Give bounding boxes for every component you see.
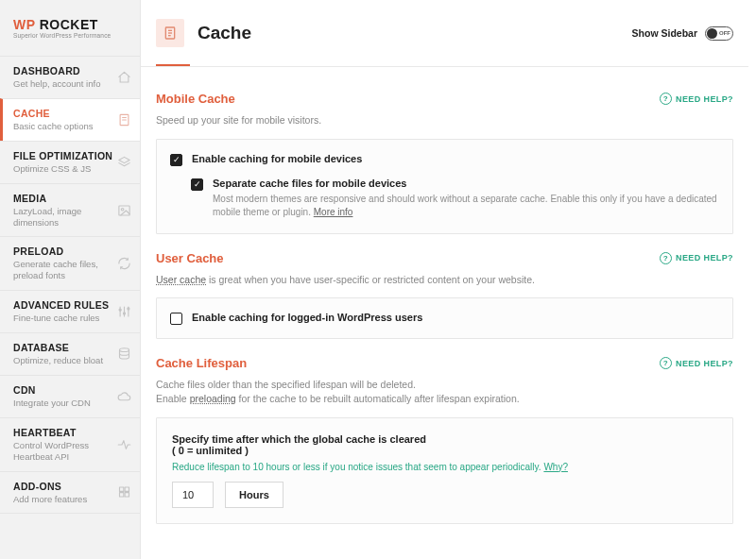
puzzle-icon (117, 485, 131, 500)
sidebar-item-file-optimization[interactable]: FILE OPTIMIZATIONOptimize CSS & JS (0, 141, 140, 183)
sidebar-item-title: ADD-ONS (13, 481, 113, 492)
sliders-icon (117, 305, 131, 319)
checkbox-label: Enable caching for logged-in WordPress u… (192, 312, 422, 323)
user-cache-tooltip-term[interactable]: User cache (156, 274, 206, 285)
brand-logo: WP ROCKET Superior WordPress Performance (0, 0, 140, 56)
sidebar-item-title: MEDIA (13, 193, 113, 204)
page-title: Cache (198, 23, 632, 43)
sidebar-item-title: CDN (13, 384, 113, 396)
toggle-state-label: OFF (719, 30, 730, 36)
show-sidebar-toggle[interactable]: OFF (705, 26, 733, 41)
sidebar-item-desc: Optimize, reduce bloat (13, 355, 113, 366)
sidebar-item-advanced-rules[interactable]: ADVANCED RULESFine-tune cache rules (0, 290, 140, 332)
section-title: Mobile Cache (156, 92, 235, 106)
image-icon (117, 203, 131, 217)
sidebar-item-dashboard[interactable]: DASHBOARDGet help, account info (0, 56, 140, 98)
svg-rect-15 (120, 493, 124, 497)
sidebar-item-database[interactable]: DATABASEOptimize, reduce bloat (0, 332, 140, 375)
lifespan-tip: Reduce lifespan to 10 hours or less if y… (172, 462, 717, 472)
sidebar-item-desc: Basic cache options (13, 121, 113, 132)
help-icon: ? (660, 93, 672, 105)
why-link[interactable]: Why? (543, 462, 568, 472)
sidebar-item-title: CACHE (13, 108, 113, 119)
lifespan-value-input-wrap (172, 482, 214, 508)
section-user-cache: User Cache ? NEED HELP? User cache is gr… (156, 251, 733, 340)
brand-tagline: Superior WordPress Performance (13, 32, 111, 39)
heartbeat-icon (117, 437, 131, 451)
svg-rect-16 (125, 493, 129, 497)
sidebar-item-desc: Control WordPress Heartbeat API (13, 440, 113, 463)
need-help-link[interactable]: ? NEED HELP? (660, 252, 733, 264)
home-icon (117, 70, 131, 84)
sidebar-item-title: HEARTBEAT (13, 427, 113, 438)
section-intro: Speed up your site for mobile visitors. (156, 113, 733, 127)
cloud-icon (117, 389, 131, 403)
svg-rect-4 (119, 206, 129, 215)
sidebar-item-title: DATABASE (13, 342, 113, 353)
svg-point-9 (119, 309, 121, 311)
sidebar-item-title: PRELOAD (13, 246, 113, 257)
svg-point-10 (123, 313, 125, 314)
sidebar-item-media[interactable]: MEDIALazyLoad, image dimensions (0, 183, 140, 237)
refresh-icon (117, 257, 131, 271)
checkbox-separate-mobile-cache[interactable] (191, 178, 203, 191)
svg-rect-14 (125, 487, 129, 491)
sidebar-item-heartbeat[interactable]: HEARTBEATControl WordPress Heartbeat API (0, 417, 140, 471)
svg-point-11 (128, 308, 129, 310)
help-icon: ? (660, 357, 672, 369)
document-icon (156, 19, 184, 47)
svg-rect-13 (120, 487, 124, 491)
sidebar-item-desc: Integrate your CDN (13, 398, 113, 409)
sidebar-item-desc: Fine-tune cache rules (13, 313, 113, 324)
sidebar-item-desc: Add more features (13, 494, 113, 505)
sidebar-item-title: DASHBOARD (13, 65, 113, 76)
section-title: Cache Lifespan (156, 356, 247, 370)
sidebar-item-add-ons[interactable]: ADD-ONSAdd more features (0, 471, 140, 515)
checkbox-description: Most modern themes are responsive and sh… (213, 193, 719, 220)
brand-name-prefix: WP (13, 17, 35, 32)
need-help-link[interactable]: ? NEED HELP? (660, 93, 733, 105)
sidebar-item-title: ADVANCED RULES (13, 299, 113, 311)
need-help-link[interactable]: ? NEED HELP? (660, 357, 733, 369)
checkbox-label: Separate cache files for mobile devices (213, 178, 719, 189)
section-cache-lifespan: Cache Lifespan ? NEED HELP? Cache files … (156, 356, 733, 523)
lifespan-card-title: Specify time after which the global cach… (172, 433, 717, 445)
section-title: User Cache (156, 251, 224, 265)
preloading-tooltip-term[interactable]: preloading (190, 393, 236, 404)
sidebar-item-cache[interactable]: CACHEBasic cache options (0, 98, 140, 141)
sidebar-item-desc: Generate cache files, preload fonts (13, 259, 113, 281)
sidebar-nav: DASHBOARDGet help, account infoCACHEBasi… (0, 56, 140, 559)
show-sidebar-label: Show Sidebar (632, 27, 697, 39)
sidebar-item-title: FILE OPTIMIZATION (13, 150, 113, 161)
document-icon (117, 112, 131, 127)
brand-name-rest: ROCKET (35, 17, 98, 32)
lifespan-value-input[interactable] (173, 489, 213, 500)
checkbox-label: Enable caching for mobile devices (192, 153, 362, 164)
help-icon: ? (660, 252, 672, 264)
sidebar-item-preload[interactable]: PRELOADGenerate cache files, preload fon… (0, 236, 140, 290)
section-intro: User cache is great when you have user-s… (156, 273, 733, 287)
section-mobile-cache: Mobile Cache ? NEED HELP? Speed up your … (156, 92, 733, 234)
page-header: Cache Show Sidebar OFF (141, 0, 748, 57)
sidebar-item-desc: Optimize CSS & JS (13, 163, 113, 175)
checkbox-enable-mobile-cache[interactable] (170, 154, 182, 166)
stack-icon (117, 155, 131, 169)
sidebar-item-desc: LazyLoad, image dimensions (13, 206, 113, 229)
svg-marker-3 (119, 157, 129, 162)
sidebar-item-cdn[interactable]: CDNIntegrate your CDN (0, 375, 140, 417)
section-intro: Cache files older than the specified lif… (156, 378, 733, 405)
svg-point-5 (121, 208, 124, 211)
database-icon (117, 347, 131, 361)
checkbox-enable-user-cache[interactable] (170, 313, 182, 325)
lifespan-unit-select[interactable]: Hours (225, 482, 284, 508)
svg-point-12 (120, 348, 129, 352)
more-info-link[interactable]: More info (314, 207, 353, 217)
lifespan-card-sub: ( 0 = unlimited ) (172, 445, 717, 456)
sidebar-item-desc: Get help, account info (13, 78, 113, 90)
